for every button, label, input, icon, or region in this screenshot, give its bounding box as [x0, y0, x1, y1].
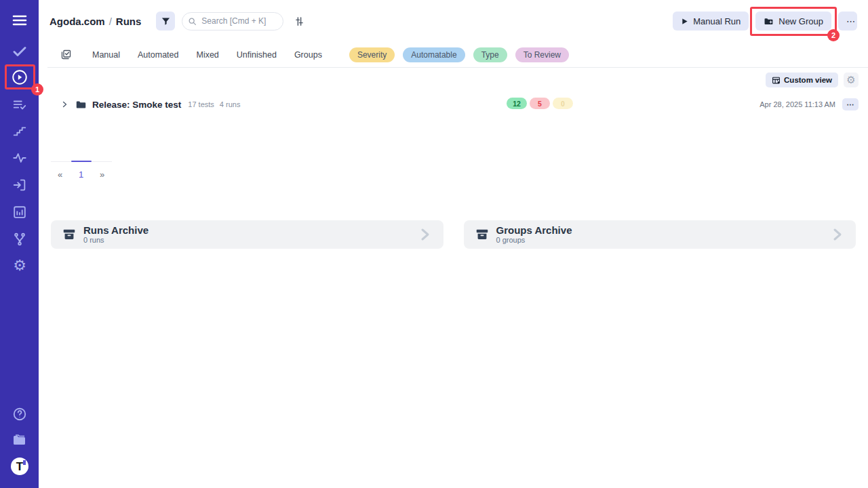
header: Agoda.com / Runs Manual Run	[39, 0, 868, 42]
tab-manual[interactable]: Manual	[92, 50, 120, 60]
tab-unfinished[interactable]: Unfinished	[237, 50, 277, 60]
sidebar-item-activity-pulse-icon[interactable]	[11, 149, 28, 167]
custom-view-button[interactable]: Custom view	[766, 73, 838, 87]
folder-icon	[75, 99, 87, 110]
archive-box-icon	[62, 227, 77, 242]
search-icon	[188, 17, 197, 26]
run-group-more-button[interactable]: ⋯	[842, 98, 859, 110]
chevron-right-icon	[416, 226, 433, 243]
breadcrumb-project[interactable]: Agoda.com	[50, 16, 105, 27]
failed-count-badge: 5	[530, 98, 550, 109]
testomat-logo[interactable]: T	[11, 458, 28, 475]
tab-automated[interactable]: Automated	[138, 50, 178, 60]
tag-filter-severity[interactable]: Severity	[349, 47, 395, 62]
logo-letter: T	[16, 461, 23, 472]
filter-button[interactable]	[156, 12, 175, 30]
result-count-pills: 12 5 0	[507, 98, 573, 109]
archive-card-subtitle: 0 groups	[496, 236, 572, 245]
tag-filter-pills: Severity Automatable Type To Review	[349, 47, 569, 62]
pagination-prev[interactable]: «	[50, 169, 71, 180]
breadcrumb-separator: /	[109, 16, 112, 27]
tag-filter-type[interactable]: Type	[473, 47, 507, 62]
sidebar: ⚙ T	[0, 0, 39, 488]
new-group-button[interactable]: New Group	[755, 12, 831, 30]
sidebar-item-tests-check-icon[interactable]	[11, 43, 28, 60]
search-input[interactable]	[182, 12, 283, 30]
pagination: « 1 »	[50, 161, 113, 180]
projects-folder-icon[interactable]	[11, 431, 28, 449]
play-icon	[681, 18, 688, 25]
run-group-date: Apr 28, 2025 11:13 AM	[760, 100, 835, 108]
annotation-step-2: 2	[827, 29, 840, 41]
manual-run-button[interactable]: Manual Run	[673, 12, 749, 30]
breadcrumb-page: Runs	[116, 16, 142, 27]
tab-mixed[interactable]: Mixed	[196, 50, 218, 60]
groups-archive-card[interactable]: Groups Archive 0 groups	[464, 220, 856, 249]
expand-chevron-icon[interactable]	[59, 99, 70, 110]
pagination-next[interactable]: »	[92, 169, 113, 180]
search	[182, 12, 283, 30]
archive-card-title: Groups Archive	[496, 224, 572, 236]
sidebar-item-import-icon[interactable]	[11, 176, 28, 194]
new-group-label: New Group	[778, 16, 823, 26]
sidebar-item-branches-git-icon[interactable]	[11, 230, 28, 248]
funnel-icon	[161, 16, 171, 26]
skipped-count-badge: 0	[553, 98, 573, 109]
manual-run-label: Manual Run	[693, 16, 741, 26]
chevron-right-icon	[829, 226, 845, 243]
view-options-row: Custom view ⚙	[39, 68, 868, 92]
sidebar-item-runs-play-circle-icon[interactable]	[11, 68, 28, 86]
run-group-tests-count: 17 tests	[188, 100, 214, 108]
archive-cards: Runs Archive 0 runs Groups Archive 0 gro…	[39, 220, 868, 249]
header-more-button[interactable]: ⋯	[838, 12, 857, 30]
run-group-name[interactable]: Release: Smoke test	[92, 100, 181, 110]
pagination-page-1[interactable]: 1	[71, 169, 92, 180]
hamburger-menu-icon[interactable]	[11, 12, 28, 29]
ellipsis-icon: ⋯	[846, 16, 855, 26]
help-icon[interactable]	[11, 405, 28, 423]
archive-box-icon	[475, 227, 490, 242]
sidebar-item-reports-chart-icon[interactable]	[11, 203, 28, 221]
filter-tabs-row: Manual Automated Mixed Unfinished Groups…	[47, 42, 868, 68]
sidebar-item-settings-gear-icon[interactable]: ⚙	[11, 257, 28, 274]
annotation-step-1: 1	[31, 83, 43, 96]
table-view-icon	[772, 76, 781, 85]
breadcrumb: Agoda.com / Runs	[50, 16, 141, 27]
app-window: ⚙ T 1 Agoda.com / Runs	[0, 0, 868, 488]
runs-archive-card[interactable]: Runs Archive 0 runs	[51, 220, 443, 249]
custom-view-label: Custom view	[784, 76, 832, 84]
tab-groups[interactable]: Groups	[294, 50, 322, 60]
tag-filter-to-review[interactable]: To Review	[515, 47, 569, 62]
run-group-runs-count: 4 runs	[220, 100, 241, 108]
run-group-row[interactable]: Release: Smoke test 17 tests 4 runs 12 5…	[39, 94, 868, 115]
pagination-active-indicator	[71, 161, 92, 162]
select-all-icon[interactable]	[57, 46, 75, 64]
sidebar-item-milestones-stairs-icon[interactable]	[11, 122, 28, 140]
main-content: Agoda.com / Runs Manual Run	[39, 0, 868, 488]
archive-card-title: Runs Archive	[83, 224, 149, 236]
folder-plus-icon	[764, 16, 774, 26]
search-settings-sliders-icon[interactable]	[290, 12, 308, 30]
tag-filter-automatable[interactable]: Automatable	[403, 47, 465, 62]
passed-count-badge: 12	[507, 98, 527, 109]
sidebar-item-plans-list-check-icon[interactable]	[11, 96, 28, 114]
view-settings-gear-icon[interactable]: ⚙	[844, 73, 859, 87]
archive-card-subtitle: 0 runs	[83, 236, 149, 245]
